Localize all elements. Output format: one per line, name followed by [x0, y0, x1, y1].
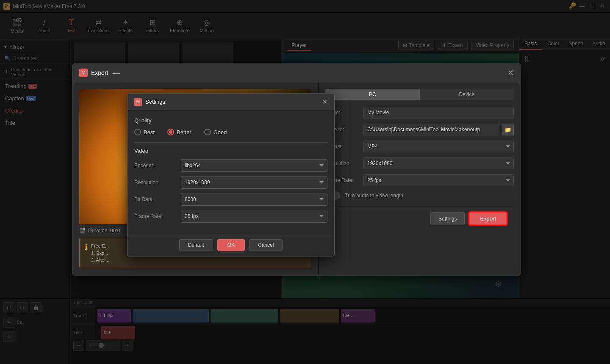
framerate-select[interactable]: 25 fps 30 fps 60 fps — [363, 174, 514, 186]
export-dialog-icon: M — [79, 69, 88, 77]
browse-btn[interactable]: 📁 — [502, 124, 514, 135]
export-settings-btn[interactable]: Settings — [430, 212, 465, 225]
export-minimize-btn[interactable]: — — [112, 69, 120, 77]
bitrate-select[interactable]: 8000 16000 — [181, 193, 327, 206]
settings-framerate-label: Frame Rate: — [134, 213, 181, 219]
export-name-row: Name: — [325, 107, 514, 119]
settings-ok-btn[interactable]: OK — [217, 239, 245, 251]
radio-better — [167, 129, 174, 135]
settings-dialog-title: Settings — [145, 99, 165, 105]
format-select[interactable]: MP4 MOV AVI — [363, 141, 514, 152]
settings-close-btn[interactable]: ✕ — [322, 98, 327, 106]
trim-row: Trim audio to video length — [325, 191, 514, 200]
export-dialog-title: Export — [91, 69, 108, 76]
export-settings: PC Device Name: Save to: 📁 Format: MP4 M… — [318, 82, 521, 275]
quality-better-label: Better — [177, 129, 191, 135]
export-saveto-row: Save to: 📁 — [325, 124, 514, 135]
settings-dialog: M Settings ✕ Quality Best Better — [127, 93, 335, 256]
saveto-input[interactable] — [363, 124, 500, 135]
settings-resolution-select[interactable]: 1920x1080 1280x720 — [181, 176, 327, 189]
trim-label: Trim audio to video length — [345, 193, 403, 199]
settings-framerate-select[interactable]: 25 fps 30 fps — [181, 210, 327, 223]
export-tab-pc[interactable]: PC — [325, 89, 420, 100]
section-divider — [134, 142, 327, 143]
export-resolution-row: Resolution: 1920x1080 1280x720 3840x2160 — [325, 157, 514, 169]
radio-best — [134, 129, 141, 135]
encoder-label: Encoder: — [134, 163, 181, 168]
settings-footer: Default OK Cancel — [128, 234, 334, 256]
settings-bitrate-row: Bit Rate: 8000 16000 — [134, 193, 327, 206]
quality-options: Best Better Good — [134, 129, 327, 135]
name-input[interactable] — [363, 107, 514, 119]
settings-dialog-body: Quality Best Better Good — [128, 110, 334, 234]
quality-best-label: Best — [144, 129, 155, 135]
settings-framerate-row: Frame Rate: 25 fps 30 fps — [134, 210, 327, 223]
bitrate-label: Bit Rate: — [134, 196, 181, 202]
settings-resolution-label: Resolution: — [134, 179, 181, 185]
quality-better[interactable]: Better — [167, 129, 191, 135]
quality-best[interactable]: Best — [134, 129, 155, 135]
export-dialog-title-bar: M Export — ✕ — [72, 64, 521, 82]
export-tabs: PC Device — [325, 89, 514, 100]
radio-good — [204, 129, 211, 135]
export-format-row: Format: MP4 MOV AVI — [325, 141, 514, 152]
export-tab-device[interactable]: Device — [420, 89, 514, 100]
quality-title: Quality — [134, 117, 327, 124]
settings-resolution-row: Resolution: 1920x1080 1280x720 — [134, 176, 327, 189]
saveto-input-group: 📁 — [363, 124, 514, 135]
radio-better-fill — [169, 130, 172, 134]
export-export-btn[interactable]: Export — [469, 212, 507, 225]
settings-dialog-icon: M — [134, 98, 142, 106]
resolution-select[interactable]: 1920x1080 1280x720 3840x2160 — [363, 157, 514, 169]
notice-text-content: Free E... 1. Exp... 2. After... — [91, 243, 109, 264]
settings-encoder-row: Encoder: libx264 libx265 — [134, 159, 327, 172]
settings-cancel-btn[interactable]: Cancel — [249, 239, 283, 251]
export-close-btn[interactable]: ✕ — [507, 68, 514, 77]
settings-title-bar: M Settings ✕ — [128, 94, 334, 110]
export-framerate-row: Frame Rate: 25 fps 30 fps 60 fps — [325, 174, 514, 186]
quality-section: Quality Best Better Good — [134, 117, 327, 135]
settings-default-btn[interactable]: Default — [179, 239, 213, 251]
video-section-title: Video — [134, 148, 327, 154]
encoder-select[interactable]: libx264 libx265 — [181, 159, 327, 172]
duration-text: Duration: 00:0 — [88, 228, 120, 234]
info-icon: ℹ — [85, 243, 88, 264]
export-dialog-footer: Settings Export — [325, 207, 514, 230]
quality-good-label: Good — [214, 129, 227, 135]
film-icon: 🎬 — [79, 228, 86, 234]
quality-good[interactable]: Good — [204, 129, 227, 135]
